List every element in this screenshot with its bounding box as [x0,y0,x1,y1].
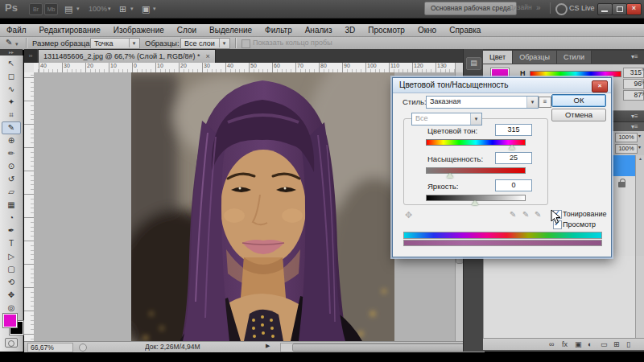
lightness-slider-marker[interactable] [472,200,478,205]
panel-menu-icon[interactable]: ▾≡ [631,113,638,120]
horizontal-scrollbar-thumb[interactable] [292,343,474,352]
layer-style-fx-icon[interactable]: fx [562,339,568,349]
sample-ring-checkbox[interactable] [242,39,250,48]
arrange-documents-caret-icon[interactable]: ▾ [130,2,134,15]
dialog-title-bar[interactable]: Цветовой тон/Насыщенность [393,78,611,93]
close-button[interactable]: × [626,3,642,15]
hue-slider-marker[interactable] [509,145,515,150]
tool-gradient[interactable]: ▦ [2,199,20,212]
menu-item-Фильтр[interactable]: Фильтр [258,24,299,36]
tool-clone-stamp[interactable]: ⊙ [2,160,20,173]
minibridge-panel-icon[interactable]: ▤ [466,57,481,70]
zoom-level-control[interactable]: 100% [89,2,107,15]
toolbar-header[interactable]: ▸▸ [0,49,23,56]
preset-options-button[interactable]: ≡ [539,97,551,108]
channel-dropdown[interactable]: Все▾ [411,113,482,125]
layer-group-icon[interactable]: ▭ [601,339,608,349]
adjustment-layer-icon[interactable]: ◐ [588,339,592,349]
panel-menu-icon[interactable]: ▾≡ [631,53,638,60]
view-extras-caret-icon[interactable]: ▾ [76,2,80,15]
tool-hand[interactable]: ✥ [2,289,20,302]
tool-zoom[interactable]: ◎ [2,302,20,315]
eyedropper-tool-icon[interactable]: ✎ [6,38,12,47]
tool-move[interactable]: ↖ [2,57,20,70]
tool-type[interactable]: T [2,237,20,250]
menu-item-3D[interactable]: 3D [338,24,361,36]
tool-history-brush[interactable]: ↺ [2,173,20,186]
tab-color[interactable]: Цвет [483,51,513,64]
fill-caret-icon[interactable]: ▾ [638,144,641,150]
foreground-color-swatch[interactable] [3,314,17,327]
layers-scrollbar-lower[interactable] [635,256,644,338]
selected-layer-row[interactable] [609,155,635,176]
menu-item-Просмотр[interactable]: Просмотр [361,24,411,36]
tool-pen[interactable]: ✒ [2,224,20,237]
minibridge-icon[interactable]: Mb [44,3,58,15]
menu-item-Выделение[interactable]: Выделение [203,24,258,36]
ok-button[interactable]: ОК [551,94,606,107]
background-layer-row[interactable] [609,176,636,256]
hue-input[interactable]: 315 [495,124,532,136]
cs-live-button[interactable]: CS Live [569,2,595,14]
quick-mask-button[interactable] [5,338,18,348]
style-dropdown[interactable]: Заказная▾ [426,96,539,109]
menu-item-Редактирование[interactable]: Редактирование [33,24,107,36]
layers-scrollbar[interactable]: ▴ [635,155,644,256]
tool-marquee[interactable]: ◻ [2,70,20,83]
tool-eyedropper[interactable]: ✎ [2,121,21,134]
tool-healing-brush[interactable]: ⊕ [2,134,20,147]
tool-brush[interactable]: ✏ [2,147,20,160]
photo-portrait[interactable] [131,72,394,341]
sample-size-dropdown[interactable]: Точка▾ [90,38,140,49]
dialog-close-button[interactable]: × [592,80,608,93]
saturation-gradient-slider[interactable] [426,167,526,174]
bridge-icon[interactable]: Br [29,3,43,15]
tab-close-icon[interactable]: × [205,50,209,63]
menu-item-Слои[interactable]: Слои [171,24,203,36]
link-layers-icon[interactable]: ∞ [549,339,554,349]
document-tab[interactable]: 1311485606_2.jpg @ 66,7% (Слой 1, RGB/8#… [38,49,216,63]
minimize-button[interactable] [597,3,613,15]
workspace-primary-button[interactable]: Основная рабочая среда [424,2,517,15]
samples-dropdown[interactable]: Все слои▾ [180,38,230,49]
opacity-caret-icon[interactable]: ▾ [638,133,641,138]
cancel-button[interactable]: Отмена [551,109,606,121]
menu-item-Справка[interactable]: Справка [443,24,487,36]
scroll-up-icon[interactable]: ▴ [639,156,642,161]
screen-mode-caret-icon[interactable]: ▾ [153,2,156,15]
tab-styles[interactable]: Стили [557,51,592,64]
arrange-documents-icon[interactable]: ⊞ [119,2,126,15]
status-expand-icon[interactable]: ▶ [266,343,270,349]
layer-mask-icon[interactable]: ▣ [575,339,582,349]
tool-quick-selection[interactable]: ✦ [2,96,20,109]
menu-item-Изображение[interactable]: Изображение [107,24,171,36]
workspace-design-button[interactable]: Дизайн [509,1,532,14]
delete-layer-icon[interactable]: ▯ [626,339,630,349]
tab-overflow-chip[interactable]: ›› [24,49,37,63]
tab-swatches[interactable]: Образцы [513,51,557,64]
tool-rotate-3d[interactable]: ⟲ [2,276,20,289]
layers-list-empty-area[interactable] [483,256,644,338]
tool-shape[interactable]: ▢ [2,263,20,276]
tool-crop[interactable]: ⌗ [2,109,20,121]
horizontal-scrollbar[interactable] [280,343,485,352]
status-zoom-field[interactable]: 66,67% [27,343,73,352]
screen-mode-icon[interactable]: ▣ [142,2,150,15]
workspace-overflow-button[interactable]: » [536,1,541,14]
layer-opacity-field[interactable]: 100% [615,133,638,142]
saturation-input[interactable]: 25 [495,152,532,164]
tool-path-selection[interactable]: ▷ [2,250,20,263]
menu-item-Анализ[interactable]: Анализ [299,24,339,36]
menu-item-Файл[interactable]: Файл [0,24,33,36]
view-extras-icon[interactable]: ▤ [64,2,72,15]
tool-eraser[interactable]: ▱ [2,186,20,199]
tool-blur[interactable]: ◔ [2,212,20,224]
panel-menu-icon[interactable]: ▾≡ [631,123,638,130]
menu-item-Окно[interactable]: Окно [411,24,443,36]
tool-lasso[interactable]: ∿ [2,83,20,96]
zoom-level-caret-icon[interactable]: ▾ [108,2,111,15]
new-layer-icon[interactable]: ⊞ [613,339,620,349]
restore-button[interactable] [612,3,627,15]
saturation-slider-marker[interactable] [447,173,453,178]
layer-fill-field[interactable]: 100% [615,144,638,154]
